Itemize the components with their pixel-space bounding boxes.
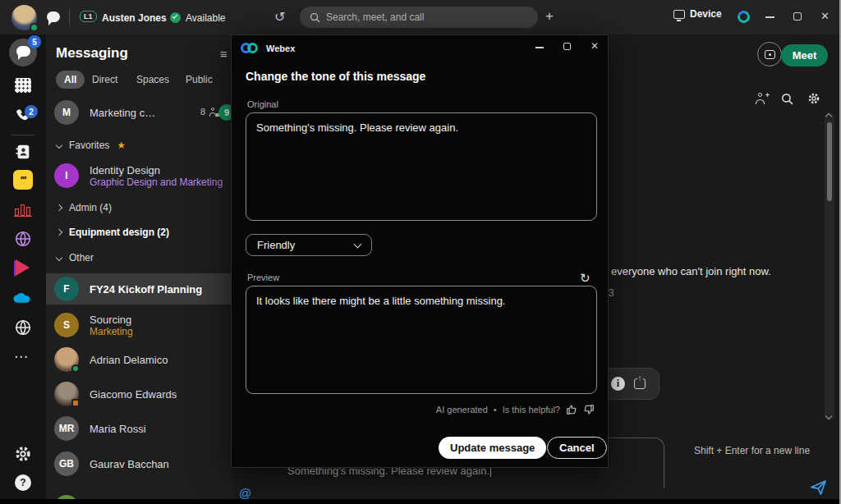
gear-icon: [810, 94, 818, 103]
update-message-button[interactable]: Update message: [439, 437, 546, 459]
chat-bubble-icon[interactable]: [47, 11, 60, 22]
list-item-name: Sourcing: [90, 314, 133, 326]
thumbs-up-icon[interactable]: [566, 404, 577, 415]
dialog-minimize-button[interactable]: [535, 47, 544, 48]
list-item-adrian-delamico[interactable]: Adrian Delamico: [46, 345, 234, 374]
section-favorites[interactable]: Favorites ★: [46, 136, 234, 154]
device-label: Device: [690, 8, 722, 20]
sidebar-item-salesforce-app[interactable]: [11, 291, 34, 305]
sidebar-settings-button[interactable]: [14, 445, 32, 463]
scroll-down-icon[interactable]: [825, 413, 832, 419]
sidebar-help-button[interactable]: ?: [15, 474, 31, 491]
tab-spaces[interactable]: Spaces: [136, 71, 169, 89]
space-search-button[interactable]: [781, 93, 793, 105]
search-input[interactable]: Search, meet, and call: [300, 7, 538, 28]
list-item-name: Identity Design: [90, 164, 223, 176]
dialog-close-button[interactable]: ✕: [591, 40, 599, 52]
sidebar-item-calendar[interactable]: [15, 78, 31, 93]
thumbs-down-icon[interactable]: [583, 404, 595, 415]
question-icon: ?: [20, 477, 25, 488]
scroll-up-icon[interactable]: [825, 113, 832, 120]
camera-icon: [765, 50, 775, 59]
share-icon[interactable]: [634, 378, 646, 389]
dot-separator: •: [494, 405, 497, 415]
list-item-sourcing[interactable]: S Sourcing Marketing: [46, 307, 234, 343]
salesforce-cloud-icon: [14, 293, 30, 303]
device-button[interactable]: Device: [673, 8, 722, 20]
chevron-right-icon: [56, 229, 62, 236]
dialog-maximize-button[interactable]: [563, 43, 571, 50]
tone-dropdown[interactable]: Friendly: [246, 234, 372, 256]
avatar: GB: [54, 451, 79, 476]
search-placeholder: Search, meet, and call: [326, 11, 424, 23]
sidebar-item-messaging[interactable]: 5: [9, 39, 37, 66]
section-admin[interactable]: Admin (4): [46, 198, 234, 218]
mention-button[interactable]: @: [239, 486, 251, 500]
regenerate-icon[interactable]: ↻: [580, 271, 591, 286]
list-item-maria-rossi[interactable]: MR Maria Rossi: [46, 414, 234, 443]
tab-all[interactable]: All: [56, 71, 85, 89]
send-button[interactable]: [809, 478, 829, 497]
preview-text: It looks like there might be a little so…: [256, 295, 505, 307]
window-maximize-button[interactable]: [793, 12, 802, 21]
section-label: Favorites: [69, 140, 109, 151]
original-text: Something's missing. Please review again…: [256, 121, 458, 134]
profile-name[interactable]: Austen Jones: [102, 12, 167, 24]
list-item-gaurav-bacchan[interactable]: GB Gaurav Bacchan: [46, 449, 234, 479]
avatar: M: [54, 100, 79, 125]
list-item-name: Maria Rossi: [90, 423, 146, 435]
list-item-identity-design[interactable]: I Identity Design Graphic Design and Mar…: [46, 158, 234, 194]
avatar: I: [54, 163, 79, 188]
panel-menu-icon[interactable]: ≡: [220, 47, 227, 61]
globe-icon: [16, 232, 30, 246]
screen-share-button[interactable]: [757, 42, 782, 66]
scrollbar-thumb[interactable]: [827, 122, 832, 201]
sidebar-item-web-app-purple[interactable]: [14, 230, 32, 248]
sidebar-item-contacts[interactable]: [14, 143, 32, 161]
original-textarea[interactable]: Something's missing. Please review again…: [246, 112, 597, 221]
list-item-name: Gaurav Bacchan: [90, 458, 169, 470]
section-label: Equipment design (2): [69, 227, 169, 238]
add-button[interactable]: +: [545, 8, 554, 25]
miro-icon: ‴: [21, 174, 25, 186]
favorite-star-icon: ★: [117, 140, 126, 151]
cancel-button[interactable]: Cancel: [547, 437, 607, 459]
participant-count: 8: [200, 107, 218, 117]
profile-avatar[interactable]: [11, 5, 37, 30]
list-item-giacomo-edwards[interactable]: Giacomo Edwards: [46, 379, 234, 409]
sidebar-item-miro-app[interactable]: ‴: [13, 170, 33, 190]
dialog-title: Change the tone of this message: [246, 70, 425, 83]
window-close-button[interactable]: ✕: [820, 10, 830, 22]
section-equipment-design[interactable]: Equipment design (2): [46, 222, 234, 242]
sidebar-item-video-app[interactable]: [16, 259, 30, 276]
sidebar-item-analytics-app[interactable]: [14, 202, 32, 217]
messaging-unread-badge: 5: [28, 35, 41, 48]
list-item-name: Giacomo Edwards: [90, 388, 177, 401]
sidebar-item-web-app-white[interactable]: [14, 318, 32, 337]
availability-label[interactable]: Available: [186, 12, 225, 24]
section-label: Other: [69, 252, 94, 263]
sidebar-more-button[interactable]: ⋯: [14, 348, 29, 365]
section-other[interactable]: Other: [46, 248, 234, 268]
history-icon[interactable]: ↺: [274, 9, 285, 25]
top-bar: L1 Austen Jones Available ↺ Search, meet…: [0, 0, 841, 34]
calling-badge: 2: [25, 105, 38, 118]
tab-direct[interactable]: Direct: [92, 71, 117, 89]
avatar: S: [54, 313, 79, 337]
info-icon[interactable]: i: [611, 377, 625, 391]
original-label: Original: [247, 99, 278, 109]
available-status-icon: [71, 364, 80, 373]
preview-textarea[interactable]: It looks like there might be a little so…: [246, 286, 597, 394]
space-settings-button[interactable]: [807, 92, 820, 105]
list-item-fy24-kickoff[interactable]: F FY24 Kickoff Planning: [46, 273, 234, 305]
list-item-name: FY24 Kickoff Planning: [90, 283, 202, 296]
meet-button[interactable]: Meet: [781, 44, 828, 66]
chevron-down-icon: [56, 254, 62, 261]
tab-public[interactable]: Public: [186, 71, 213, 89]
chat-scrollbar[interactable]: [825, 112, 834, 420]
newline-hint: Shift + Enter for a new line: [694, 445, 810, 456]
window-minimize-button[interactable]: [765, 16, 774, 18]
message-text-fragment: everyone who can't join right now.: [611, 265, 771, 277]
monitor-icon: [673, 10, 685, 19]
add-people-button[interactable]: +: [755, 93, 767, 104]
